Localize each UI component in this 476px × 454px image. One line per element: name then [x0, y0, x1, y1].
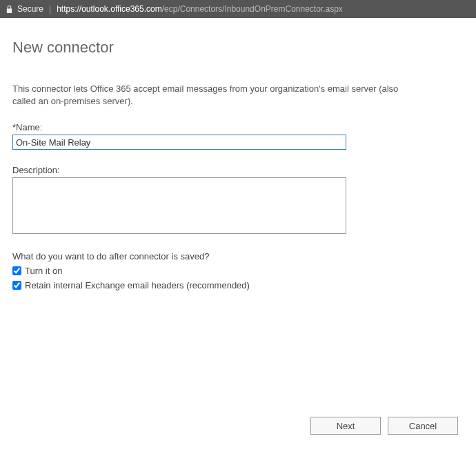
retain-headers-row[interactable]: Retain internal Exchange email headers (… — [12, 280, 464, 290]
after-save-question: What do you want to do after connector i… — [12, 251, 464, 261]
name-label: *Name: — [12, 122, 464, 132]
next-button[interactable]: Next — [310, 417, 381, 435]
turn-it-on-label: Turn it on — [25, 266, 62, 276]
intro-text: This connector lets Office 365 accept em… — [12, 83, 399, 107]
button-row: Next Cancel — [310, 417, 458, 435]
retain-headers-checkbox[interactable] — [12, 281, 21, 290]
url: https://outlook.office365.com/ecp/Connec… — [57, 4, 343, 14]
browser-address-bar: Secure | https://outlook.office365.com/e… — [0, 0, 476, 18]
name-input[interactable] — [12, 135, 346, 150]
url-host: https://outlook.office365.com — [57, 4, 162, 14]
description-field-group: Description: — [12, 165, 464, 236]
lock-icon — [6, 5, 13, 14]
turn-it-on-row[interactable]: Turn it on — [12, 266, 464, 276]
retain-headers-label: Retain internal Exchange email headers (… — [25, 280, 250, 290]
name-field-group: *Name: — [12, 122, 464, 150]
address-divider: | — [49, 4, 51, 14]
secure-label: Secure — [17, 4, 43, 14]
description-label: Description: — [12, 165, 464, 175]
url-path: /ecp/Connectors/InboundOnPremConnector.a… — [162, 4, 343, 14]
page-title: New connector — [12, 39, 464, 57]
description-input[interactable] — [12, 177, 346, 234]
page-content: New connector This connector lets Office… — [0, 18, 476, 454]
cancel-button[interactable]: Cancel — [388, 417, 458, 435]
turn-it-on-checkbox[interactable] — [12, 266, 21, 275]
